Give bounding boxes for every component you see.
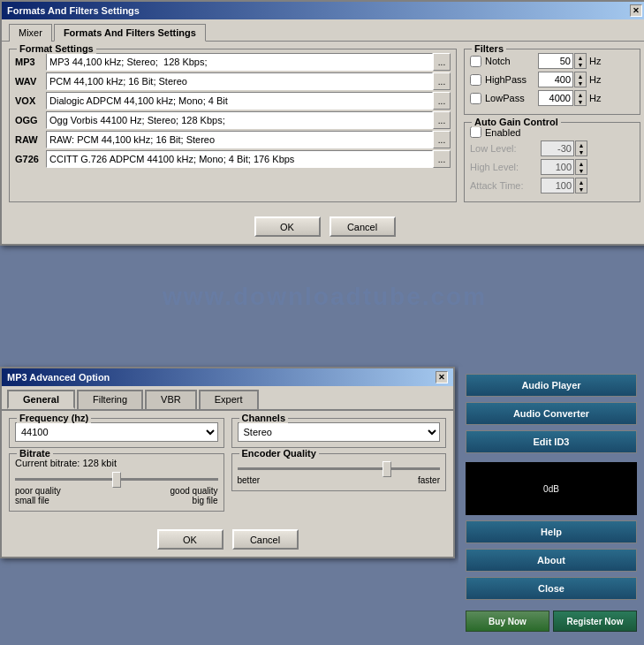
tab-general[interactable]: General <box>7 390 75 409</box>
frequency-label: Frequency (hz) <box>17 413 91 423</box>
filter-notch-checkbox[interactable] <box>470 56 481 67</box>
agc-high-label: High Level: <box>470 162 541 172</box>
spin-up-icon[interactable]: ▲ <box>575 91 586 98</box>
spin-down-icon[interactable]: ▼ <box>576 186 587 193</box>
mp3-cancel-button[interactable]: Cancel <box>232 529 299 550</box>
tab-vbr[interactable]: VBR <box>145 390 197 409</box>
buy-register-row: Buy Now Register Now <box>466 611 637 632</box>
agc-high-row: High Level: ▲ ▼ <box>470 159 634 175</box>
spin-down-icon[interactable]: ▼ <box>575 98 586 105</box>
bitrate-label-left: poor quality small file <box>15 486 61 505</box>
format-input-mp3[interactable] <box>46 53 433 71</box>
bitrate-label: Bitrate <box>17 448 53 459</box>
mp3-dialog-close[interactable]: ✕ <box>436 371 448 383</box>
agc-low-value[interactable] <box>541 140 574 156</box>
format-input-wav[interactable] <box>46 72 433 90</box>
format-settings-label: Format Settings <box>17 43 96 54</box>
frequency-select[interactable]: 44100 22050 11025 8000 <box>15 422 218 442</box>
agc-high-value[interactable] <box>541 159 574 175</box>
encoder-slider-container <box>238 461 441 472</box>
bitrate-current-label: Current bitrate: 128 kbit <box>15 458 218 468</box>
encoder-label-faster: faster <box>418 475 440 485</box>
agc-high-spin[interactable]: ▲ ▼ <box>575 159 587 175</box>
spin-up-icon[interactable]: ▲ <box>576 160 587 167</box>
about-btn[interactable]: About <box>466 549 637 572</box>
filter-notch-spin[interactable]: ▲ ▼ <box>574 53 587 69</box>
mp3-titlebar: MP3 Advanced Option ✕ <box>2 368 453 386</box>
agc-low-spin[interactable]: ▲ ▼ <box>575 140 587 156</box>
mp3-ok-button[interactable]: OK <box>157 529 224 550</box>
help-btn[interactable]: Help <box>466 520 637 543</box>
spin-down-icon[interactable]: ▼ <box>575 61 586 68</box>
spin-down-icon[interactable]: ▼ <box>576 148 587 156</box>
filter-highpass-checkbox[interactable] <box>470 74 481 86</box>
format-btn-wav[interactable]: ... <box>433 72 451 90</box>
filter-lowpass-unit: Hz <box>589 93 601 103</box>
format-btn-mp3[interactable]: ... <box>433 53 451 71</box>
filter-notch-label: Notch <box>485 56 538 66</box>
format-input-g726[interactable] <box>46 150 433 168</box>
format-label-g726: G726 <box>15 154 46 164</box>
vu-meter-label: 0dB <box>543 484 559 494</box>
filters-group: Filters Notch ▲ ▼ Hz HighPass <box>464 49 640 115</box>
top-dialog-close[interactable]: ✕ <box>630 4 642 17</box>
spin-up-icon[interactable]: ▲ <box>576 141 587 148</box>
top-ok-button[interactable]: OK <box>254 216 321 237</box>
channels-group: Channels Stereo Mono Joint Stereo <box>231 418 447 448</box>
spin-down-icon[interactable]: ▼ <box>575 80 586 87</box>
register-now-btn[interactable]: Register Now <box>553 611 637 632</box>
spin-down-icon[interactable]: ▼ <box>576 167 587 174</box>
filter-lowpass-spin[interactable]: ▲ ▼ <box>574 90 587 106</box>
agc-attack-value[interactable] <box>541 178 574 194</box>
filter-highpass-spin[interactable]: ▲ ▼ <box>574 72 587 87</box>
spin-up-icon[interactable]: ▲ <box>576 178 587 186</box>
buy-now-btn[interactable]: Buy Now <box>466 611 549 632</box>
table-row: G726 ... <box>15 150 451 168</box>
tab-formats-filters[interactable]: Formats And Filters Settings <box>54 24 206 42</box>
close-btn[interactable]: Close <box>466 577 637 600</box>
audio-player-btn[interactable]: Audio Player <box>466 374 637 397</box>
agc-enabled-checkbox[interactable] <box>470 126 481 138</box>
mp3-content: Frequency (hz) 44100 22050 11025 8000 Bi… <box>2 411 453 524</box>
table-row: RAW ... <box>15 131 451 148</box>
format-btn-ogg[interactable]: ... <box>433 111 451 129</box>
format-btn-vox[interactable]: ... <box>433 92 451 110</box>
format-label-mp3: MP3 <box>15 57 46 67</box>
top-cancel-button[interactable]: Cancel <box>330 216 396 237</box>
top-dialog-content: Format Settings MP3 ... WAV ... VOX ... … <box>2 42 644 209</box>
spin-up-icon[interactable]: ▲ <box>575 54 586 61</box>
filter-highpass-value[interactable] <box>538 72 573 87</box>
mp3-dialog-buttons: OK Cancel <box>2 524 453 557</box>
encoder-quality-slider[interactable] <box>238 467 441 470</box>
encoder-quality-label: Encoder Quality <box>239 448 319 459</box>
encoder-label-better: better <box>238 475 261 485</box>
format-input-ogg[interactable] <box>46 111 433 129</box>
top-dialog-titlebar: Formats And Filters Settings ✕ <box>2 2 644 19</box>
tab-expert[interactable]: Expert <box>199 390 259 409</box>
agc-attack-label: Attack Time: <box>470 180 541 191</box>
mp3-right-panel: Channels Stereo Mono Joint Stereo Encode… <box>231 418 447 517</box>
filter-lowpass-checkbox[interactable] <box>470 93 481 104</box>
filter-lowpass-value[interactable] <box>538 90 573 106</box>
channels-select[interactable]: Stereo Mono Joint Stereo <box>238 422 441 442</box>
format-input-raw[interactable] <box>46 131 433 148</box>
bitrate-slider[interactable] <box>15 478 218 481</box>
top-dialog-title: Formats And Filters Settings <box>7 5 140 16</box>
filter-lowpass-label: LowPass <box>485 93 538 103</box>
agc-attack-spin[interactable]: ▲ ▼ <box>575 178 587 194</box>
edit-id3-btn[interactable]: Edit ID3 <box>466 430 637 453</box>
format-input-vox[interactable] <box>46 92 433 110</box>
table-row: MP3 ... <box>15 53 451 71</box>
filter-notch-value[interactable] <box>538 53 573 69</box>
tab-filtering[interactable]: Filtering <box>77 390 143 409</box>
tab-mixer[interactable]: Mixer <box>9 24 52 42</box>
filter-highpass-unit: Hz <box>589 74 601 85</box>
filter-highpass-row: HighPass ▲ ▼ Hz <box>470 72 634 87</box>
audio-converter-btn[interactable]: Audio Converter <box>466 402 637 425</box>
bitrate-slider-labels: poor quality small file good quality big… <box>15 486 218 505</box>
frequency-group: Frequency (hz) 44100 22050 11025 8000 <box>9 418 224 448</box>
bitrate-label-right: good quality big file <box>170 486 218 505</box>
format-btn-raw[interactable]: ... <box>433 131 451 148</box>
format-btn-g726[interactable]: ... <box>433 150 451 168</box>
spin-up-icon[interactable]: ▲ <box>575 72 586 80</box>
